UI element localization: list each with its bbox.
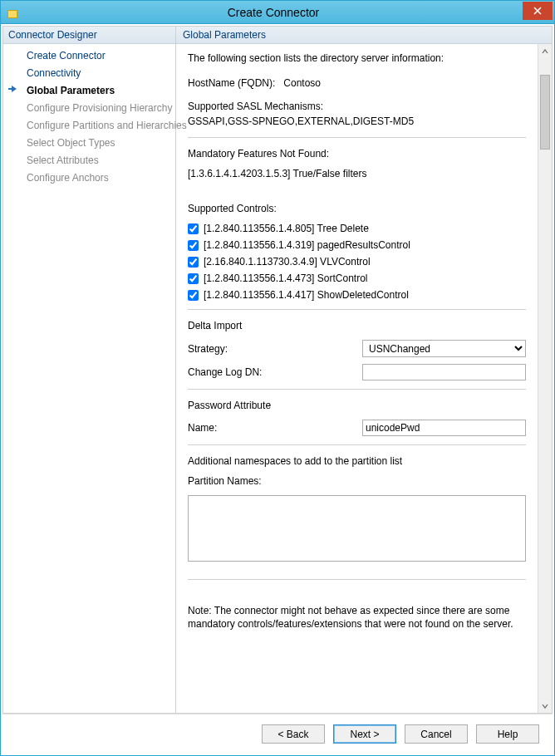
divider bbox=[188, 444, 526, 445]
scroll-down-button[interactable] bbox=[538, 699, 552, 713]
app-icon bbox=[6, 6, 19, 19]
divider bbox=[188, 389, 526, 390]
close-button[interactable] bbox=[523, 2, 553, 20]
intro-text: The following section lists the director… bbox=[188, 52, 526, 64]
control-checkbox[interactable] bbox=[188, 273, 199, 284]
mandatory-label: Mandatory Features Not Found: bbox=[188, 148, 526, 160]
sidebar-item-label: Global Parameters bbox=[27, 85, 115, 96]
close-icon bbox=[533, 7, 542, 15]
mandatory-value: [1.3.6.1.4.1.4203.1.5.3] True/False filt… bbox=[188, 168, 526, 179]
strategy-row: Strategy: USNChanged bbox=[188, 340, 526, 357]
sidebar-item-global-parameters[interactable]: Global Parameters bbox=[3, 82, 175, 100]
control-checkbox[interactable] bbox=[188, 257, 199, 268]
main-panel: Global Parameters The following section … bbox=[176, 27, 552, 713]
help-button[interactable]: Help bbox=[476, 724, 539, 744]
pw-name-input[interactable] bbox=[362, 420, 526, 436]
control-label: [2.16.840.1.113730.3.4.9] VLVControl bbox=[204, 256, 371, 268]
control-label: [1.2.840.113556.1.4.473] SortControl bbox=[204, 272, 367, 284]
password-attr-label: Password Attribute bbox=[188, 400, 526, 411]
control-vlv: [2.16.840.1.113730.3.4.9] VLVControl bbox=[188, 256, 526, 268]
strategy-label: Strategy: bbox=[188, 343, 362, 355]
sidebar-item-label: Connectivity bbox=[27, 67, 81, 79]
divider bbox=[188, 137, 526, 138]
partition-names-label: Partition Names: bbox=[188, 475, 526, 487]
sidebar-item-select-object-types[interactable]: Select Object Types bbox=[3, 135, 175, 152]
changelog-row: Change Log DN: bbox=[188, 364, 526, 380]
scroll-area: The following section lists the director… bbox=[176, 44, 552, 713]
scroll-thumb[interactable] bbox=[540, 75, 550, 150]
strategy-select[interactable]: USNChanged bbox=[362, 340, 526, 357]
main-header: Global Parameters bbox=[176, 27, 552, 44]
window: Create Connector Connector Designer Crea… bbox=[0, 0, 555, 756]
additional-ns-label: Additional namespaces to add to the part… bbox=[188, 455, 526, 467]
hostname-row: HostName (FQDN): Contoso bbox=[188, 77, 526, 89]
sidebar-item-connectivity[interactable]: Connectivity bbox=[3, 65, 175, 82]
control-sort: [1.2.840.113556.1.4.473] SortControl bbox=[188, 272, 526, 284]
next-button[interactable]: Next > bbox=[333, 724, 396, 744]
sidebar-item-label: Configure Partitions and Hierarchies bbox=[27, 120, 187, 131]
divider bbox=[188, 309, 526, 310]
titlebar: Create Connector bbox=[1, 1, 554, 24]
controls-list: [1.2.840.113556.1.4.805] Tree Delete [1.… bbox=[188, 223, 526, 301]
sidebar-item-provisioning-hierarchy[interactable]: Configure Provisioning Hierarchy bbox=[3, 100, 175, 117]
sidebar: Connector Designer Create Connector Conn… bbox=[3, 27, 176, 713]
cancel-button[interactable]: Cancel bbox=[405, 724, 468, 744]
control-show-deleted: [1.2.840.113556.1.4.417] ShowDeletedCont… bbox=[188, 289, 526, 301]
partition-names-input[interactable] bbox=[188, 495, 526, 562]
scroll-up-button[interactable] bbox=[538, 44, 552, 58]
body: Connector Designer Create Connector Conn… bbox=[2, 26, 553, 714]
delta-import-label: Delta Import bbox=[188, 320, 526, 331]
sidebar-item-create-connector[interactable]: Create Connector bbox=[3, 47, 175, 65]
sasl-label: Supported SASL Mechanisms: bbox=[188, 101, 526, 112]
control-tree-delete: [1.2.840.113556.1.4.805] Tree Delete bbox=[188, 223, 526, 234]
scrollbar[interactable] bbox=[538, 44, 552, 713]
control-checkbox[interactable] bbox=[188, 240, 199, 251]
sidebar-header: Connector Designer bbox=[3, 27, 175, 44]
sidebar-item-label: Select Attributes bbox=[27, 155, 99, 166]
control-label: [1.2.840.113556.1.4.319] pagedResultsCon… bbox=[204, 239, 410, 251]
sidebar-item-configure-anchors[interactable]: Configure Anchors bbox=[3, 169, 175, 187]
sidebar-item-label: Select Object Types bbox=[27, 137, 115, 149]
sidebar-item-select-attributes[interactable]: Select Attributes bbox=[3, 152, 175, 169]
sidebar-item-label: Configure Anchors bbox=[27, 172, 109, 184]
control-checkbox[interactable] bbox=[188, 290, 199, 301]
footer: < Back Next > Cancel Help bbox=[2, 714, 553, 754]
control-paged-results: [1.2.840.113556.1.4.319] pagedResultsCon… bbox=[188, 239, 526, 251]
back-button[interactable]: < Back bbox=[262, 724, 325, 744]
control-label: [1.2.840.113556.1.4.417] ShowDeletedCont… bbox=[204, 289, 409, 301]
changelog-label: Change Log DN: bbox=[188, 366, 362, 378]
chevron-up-icon bbox=[542, 48, 548, 55]
chevron-down-icon bbox=[542, 703, 548, 709]
hostname-value: Contoso bbox=[283, 77, 321, 89]
sasl-value: GSSAPI,GSS-SPNEGO,EXTERNAL,DIGEST-MD5 bbox=[188, 115, 526, 127]
sidebar-item-partitions-hierarchies[interactable]: Configure Partitions and Hierarchies bbox=[3, 117, 175, 135]
pw-name-label: Name: bbox=[188, 422, 362, 434]
content: The following section lists the director… bbox=[176, 44, 538, 713]
hostname-label: HostName (FQDN): bbox=[188, 77, 275, 89]
supported-controls-label: Supported Controls: bbox=[188, 203, 526, 214]
sidebar-item-label: Create Connector bbox=[27, 50, 106, 61]
control-label: [1.2.840.113556.1.4.805] Tree Delete bbox=[204, 223, 369, 234]
note-text: Note: The connector might not behave as … bbox=[188, 605, 526, 631]
pw-name-row: Name: bbox=[188, 420, 526, 436]
control-checkbox[interactable] bbox=[188, 223, 199, 234]
scroll-track[interactable] bbox=[538, 58, 552, 699]
changelog-input[interactable] bbox=[362, 364, 526, 380]
sidebar-items: Create Connector Connectivity Global Par… bbox=[3, 44, 175, 190]
sidebar-item-label: Configure Provisioning Hierarchy bbox=[27, 102, 172, 114]
divider bbox=[188, 579, 526, 580]
window-title: Create Connector bbox=[24, 6, 523, 19]
